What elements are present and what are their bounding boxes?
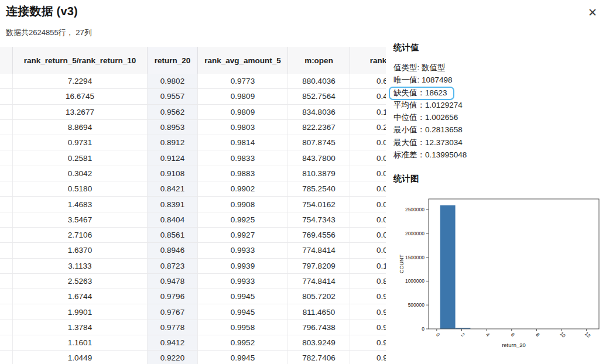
cell-value: 0.8404 [160, 215, 184, 224]
x-tick-label-group: 12 [584, 331, 592, 339]
table-cell [0, 181, 13, 196]
table-cell: 810.3879 [288, 166, 350, 181]
table-row: 1.16010.94120.9952803.92490.9 [0, 335, 386, 351]
cell-value: 0.0 [376, 138, 386, 147]
table-cell: 13.2677 [13, 105, 148, 119]
table-cell: 0.9908 [198, 197, 288, 211]
cell-value: 834.8036 [302, 108, 335, 116]
table-cell: 0.8404 [148, 212, 198, 227]
cell-value: 0.9796 [160, 292, 184, 301]
cell-value: 0.9908 [231, 200, 255, 209]
x-tick-label-group: 6 [510, 332, 516, 338]
table-cell: 774.8414 [288, 243, 350, 257]
x-tick-label-group: 0 [435, 332, 441, 338]
cell-value: 0.5180 [68, 184, 92, 193]
cell-value: 0.0 [376, 154, 386, 163]
table-row: 3.54670.84040.9925754.73430.0 [0, 212, 386, 228]
table-cell: 0.8953 [148, 120, 198, 135]
cell-value: 0.9933 [231, 277, 255, 286]
table-cell: 0.9902 [198, 181, 288, 196]
cell-value: 0.9220 [160, 353, 184, 362]
table-cell [0, 320, 13, 335]
table-cell: 1.9901 [13, 304, 148, 319]
table-cell: 0.9933 [198, 274, 288, 289]
stat-item: 最大值：12.373034 [393, 136, 602, 149]
table-cell: 0.2 [350, 120, 386, 135]
table-cell: 0.9 [350, 304, 386, 319]
cell-value: 1.9901 [68, 308, 92, 317]
cell-value: 0.9809 [231, 92, 255, 101]
cell-value: 0.9927 [231, 231, 255, 239]
cell-value: 769.4556 [302, 231, 335, 239]
cell-value: 0.9945 [231, 308, 255, 317]
close-icon[interactable]: ✕ [585, 5, 600, 20]
table-cell: 0.9945 [198, 304, 288, 319]
cell-value: 0.8421 [160, 184, 184, 193]
table-cell: 822.2367 [288, 120, 350, 135]
y-tick-label: 500000 [408, 302, 425, 308]
table-cell: 797.8209 [288, 259, 350, 273]
cell-value: 880.4036 [302, 77, 335, 85]
header-row: 0rank_return_5/rank_return_10return_20ra… [0, 47, 386, 74]
cell-value: 0.0 [376, 215, 386, 224]
table-cell: 0.9833 [198, 150, 288, 165]
table-cell: 0.9939 [198, 259, 288, 273]
stat-item: 中位值：1.002656 [393, 111, 602, 123]
table-row: 1.63700.89460.9933774.84140.0 [0, 243, 386, 258]
table-cell: 0.9108 [148, 166, 198, 181]
table-cell: 0.5180 [13, 181, 148, 196]
cell-value: 1.0449 [68, 353, 92, 362]
table-row: 1.46830.83910.9908754.01620.0 [0, 197, 386, 212]
table-cell: 0.8 [350, 274, 386, 289]
table-cell: 1.0449 [13, 351, 148, 364]
cell-value: 0.9 [376, 292, 386, 301]
table-cell [0, 304, 13, 319]
column-header[interactable]: return_20 [148, 47, 198, 74]
table-cell: 0.0 [350, 197, 386, 211]
table-cell: 807.8745 [288, 135, 350, 150]
x-tick-label: 4 [485, 332, 491, 338]
table-cell [0, 150, 13, 165]
cell-value: 0.0 [376, 200, 386, 209]
table-row: 7.22940.98020.9773880.40360.6 [0, 74, 386, 89]
cell-value: 796.7438 [302, 323, 335, 332]
column-header[interactable]: rank_return_5/rank_return_10 [13, 47, 148, 74]
table-cell [0, 274, 13, 289]
table-row: 2.71060.85610.9927769.45560.0 [0, 228, 386, 243]
column-header[interactable]: m:open [288, 47, 350, 74]
cell-value: 3.1133 [68, 262, 91, 270]
table-cell [0, 228, 13, 242]
table-cell: 0.9814 [198, 135, 288, 150]
cell-value: 1.6370 [68, 246, 92, 255]
stat-item: 最小值：0.2813658 [393, 123, 602, 136]
column-header[interactable]: rank_avg_amount_5 [198, 47, 288, 74]
cell-value: 0.9945 [231, 353, 255, 362]
table-cell: 0.9952 [198, 335, 288, 350]
cell-value: 16.6745 [66, 92, 94, 101]
table-row: 1.67440.97960.9945805.72020.9 [0, 289, 386, 304]
table-cell: 0.9809 [198, 105, 288, 119]
table-cell: 0.9883 [198, 166, 288, 181]
cell-value: 0.2 [376, 123, 386, 132]
y-tick-label: 2500000 [405, 207, 424, 212]
data-summary-text: 数据共2624855行， 27列 [6, 28, 92, 38]
cell-value: 0.9925 [231, 215, 255, 224]
column-header[interactable]: rank_r [350, 47, 386, 74]
table-cell: 3.1133 [13, 259, 148, 273]
cell-value: 774.8414 [302, 277, 335, 286]
table-row: 1.99010.97670.9945811.46500.9 [0, 304, 386, 320]
table-cell: 0.2581 [13, 150, 148, 165]
table-cell [0, 135, 13, 150]
cell-value: 803.9249 [302, 338, 335, 347]
table-cell: 0.0 [350, 243, 386, 257]
cell-value: 0.9814 [231, 138, 255, 147]
x-tick-label-group: 8 [535, 332, 541, 338]
table-cell: 1.6744 [13, 289, 148, 304]
cell-value: 852.7564 [302, 92, 335, 101]
cell-value: 0.1 [376, 108, 386, 116]
table-row: 0.51800.84210.9902785.25400.0 [0, 181, 386, 197]
cell-value: 0.3042 [68, 169, 92, 178]
cell-value: 0.9883 [231, 169, 255, 178]
table-cell [0, 120, 13, 135]
x-tick-label: 8 [535, 332, 541, 338]
